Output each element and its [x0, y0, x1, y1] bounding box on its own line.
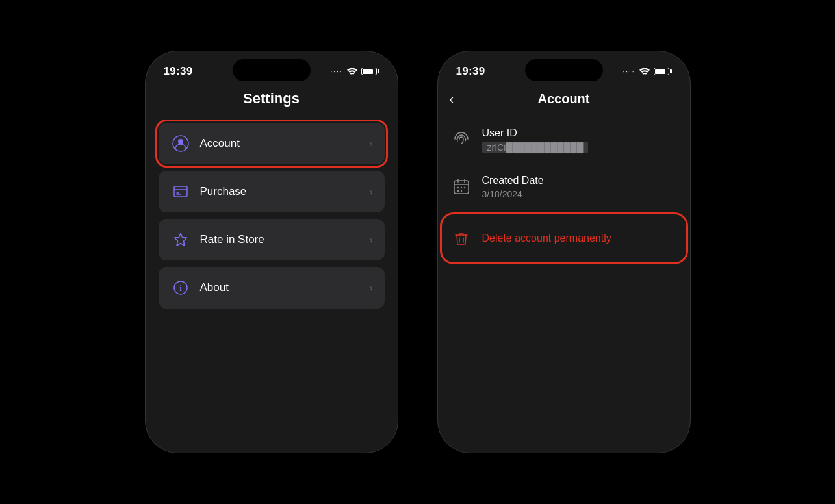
svg-point-0 [351, 75, 352, 75]
purchase-label: Purchase [200, 185, 370, 198]
created-date-value: 3/18/2024 [482, 189, 544, 199]
user-id-value: zrICi████████████ [482, 142, 589, 153]
phone-settings: 19:39 ···· Settings [145, 51, 398, 453]
battery-icon-1 [361, 68, 379, 75]
menu-item-rate[interactable]: Rate in Store › [159, 219, 385, 260]
svg-text:i: i [179, 283, 182, 293]
wifi-icon-2 [639, 68, 650, 75]
menu-item-purchase[interactable]: Purchase › [159, 171, 385, 212]
status-icons-1: ···· [330, 68, 379, 75]
menu-item-about[interactable]: i About › [159, 267, 385, 309]
svg-point-2 [178, 139, 183, 144]
account-icon [170, 133, 191, 154]
about-label: About [200, 281, 370, 294]
delete-account-row[interactable]: Delete account permanently [444, 217, 684, 260]
dots-icon-2: ···· [623, 68, 635, 75]
nav-bar: ‹ Account [438, 84, 690, 117]
svg-point-10 [643, 75, 645, 75]
created-date-row: Created Date 3/18/2024 [444, 164, 684, 210]
account-chevron: › [370, 138, 373, 149]
rate-chevron: › [370, 234, 373, 245]
about-icon: i [170, 277, 191, 298]
time-2: 19:39 [456, 65, 485, 78]
svg-point-17 [463, 187, 465, 188]
svg-point-19 [460, 190, 461, 192]
account-info-section: User ID zrICi████████████ [438, 117, 690, 260]
settings-title: Settings [159, 90, 385, 107]
svg-point-18 [457, 190, 458, 192]
user-id-content: User ID zrICi████████████ [482, 127, 589, 153]
fingerprint-icon [451, 129, 472, 149]
delete-account-label[interactable]: Delete account permanently [482, 233, 611, 244]
dynamic-island-2 [525, 59, 603, 81]
purchase-icon [170, 181, 191, 202]
about-chevron: › [370, 283, 373, 293]
time-1: 19:39 [164, 65, 193, 78]
battery-icon-2 [654, 68, 672, 75]
purchase-chevron: › [370, 186, 373, 197]
svg-marker-7 [174, 233, 186, 246]
account-label: Account [200, 137, 370, 150]
trash-icon [451, 229, 472, 249]
dynamic-island-1 [233, 59, 311, 81]
rate-label: Rate in Store [200, 233, 370, 246]
calendar-icon [451, 176, 472, 197]
settings-content: Settings Account › [146, 90, 398, 309]
menu-item-account[interactable]: Account › [159, 123, 385, 164]
back-button[interactable]: ‹ [444, 89, 459, 109]
dots-icon-1: ···· [330, 68, 342, 75]
wifi-icon-1 [347, 68, 357, 75]
rate-icon [170, 229, 191, 250]
user-id-label: User ID [482, 127, 589, 139]
svg-point-16 [460, 187, 461, 188]
created-date-label: Created Date [482, 175, 544, 186]
menu-list: Account › Purchase › [159, 123, 385, 309]
user-id-row: User ID zrICi████████████ [444, 117, 684, 164]
created-date-content: Created Date 3/18/2024 [482, 175, 544, 199]
status-icons-2: ···· [623, 68, 671, 75]
phone-account: 19:39 ···· ‹ Account [437, 51, 691, 453]
account-page-title: Account [538, 92, 590, 107]
svg-point-15 [457, 187, 458, 188]
